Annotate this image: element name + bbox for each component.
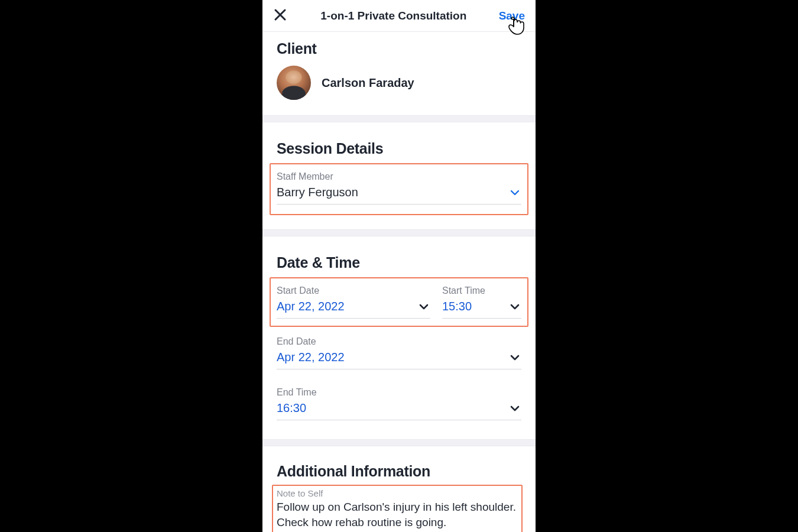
client-heading: Client: [277, 40, 521, 57]
end-time-label: End Time: [277, 387, 521, 398]
staff-member-field[interactable]: Staff Member Barry Ferguson: [277, 166, 521, 205]
save-button[interactable]: Save: [499, 9, 526, 22]
start-date-field[interactable]: Start Date Apr 22, 2022: [277, 280, 430, 319]
section-divider: [262, 229, 536, 236]
date-time-heading: Date & Time: [277, 254, 521, 271]
chevron-down-icon: [508, 186, 521, 199]
modal-header: 1-on-1 Private Consultation Save: [262, 0, 536, 32]
start-date-value: Apr 22, 2022: [277, 300, 345, 313]
chevron-down-icon: [508, 402, 521, 415]
client-row[interactable]: Carlson Faraday: [277, 66, 521, 100]
session-details-section: Session Details Staff Member Barry Fergu…: [262, 122, 536, 229]
additional-info-heading: Additional Information: [277, 463, 521, 480]
start-time-label: Start Time: [442, 286, 521, 296]
client-name: Carlson Faraday: [322, 76, 414, 90]
close-icon: [274, 8, 287, 24]
start-date-label: Start Date: [277, 286, 430, 296]
start-time-field[interactable]: Start Time 15:30: [442, 280, 521, 319]
chevron-down-icon: [417, 300, 430, 313]
section-divider: [262, 115, 536, 122]
app-screen: 1-on-1 Private Consultation Save Client …: [262, 0, 536, 532]
client-section: Client Carlson Faraday: [262, 32, 536, 115]
note-to-self-label: Note to Self: [277, 488, 521, 498]
staff-member-value: Barry Ferguson: [277, 186, 358, 199]
note-to-self-field[interactable]: Note to Self Follow up on Carlson's inju…: [277, 488, 521, 530]
end-date-label: End Date: [277, 336, 521, 347]
staff-member-label: Staff Member: [277, 171, 521, 182]
chevron-down-icon: [508, 351, 521, 364]
end-time-value: 16:30: [277, 401, 306, 415]
chevron-down-icon: [508, 300, 521, 313]
start-time-value: 15:30: [442, 300, 472, 313]
additional-info-section: Additional Information Note to Self Foll…: [262, 446, 536, 532]
end-date-value: Apr 22, 2022: [277, 351, 345, 364]
date-time-section: Date & Time Start Date Apr 22, 2022 Star…: [262, 236, 536, 439]
end-time-field[interactable]: End Time 16:30: [277, 382, 521, 420]
client-avatar: [277, 66, 311, 100]
end-date-field[interactable]: End Date Apr 22, 2022: [277, 332, 521, 369]
note-to-self-value: Follow up on Carlson's injury in his lef…: [277, 499, 521, 530]
close-button[interactable]: [272, 8, 288, 24]
section-divider: [262, 439, 536, 446]
session-heading: Session Details: [277, 140, 521, 157]
modal-title: 1-on-1 Private Consultation: [288, 9, 499, 22]
